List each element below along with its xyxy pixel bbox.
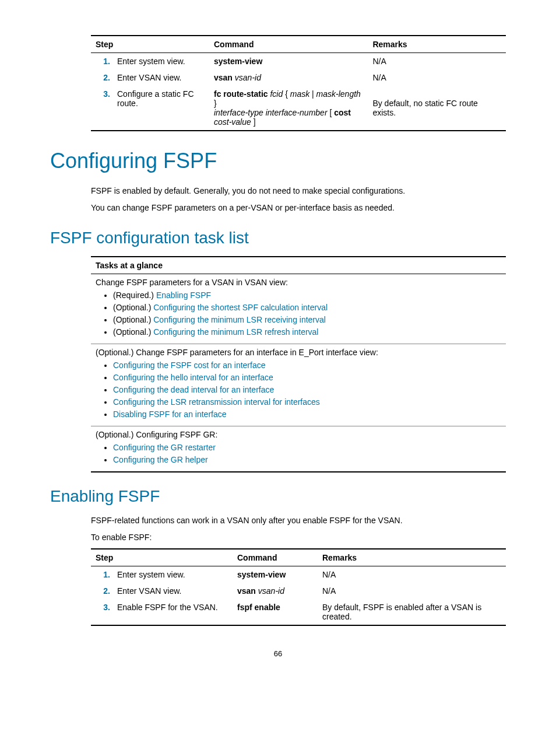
step-number: 1. bbox=[91, 53, 112, 70]
task-list: Configuring the FSPF cost for an interfa… bbox=[96, 360, 501, 419]
list-item: Configuring the GR restarter bbox=[113, 443, 501, 452]
task-list: Configuring the GR restarter Configuring… bbox=[96, 443, 501, 464]
link-fspf-cost[interactable]: Configuring the FSPF cost for an interfa… bbox=[113, 360, 265, 370]
enable-fspf-table: Step Command Remarks 1. Enter system vie… bbox=[91, 548, 506, 626]
link-hello-interval[interactable]: Configuring the hello interval for an in… bbox=[113, 373, 273, 382]
step-desc: Enter system view. bbox=[112, 566, 233, 583]
command-cell: vsan vsan-id bbox=[233, 583, 318, 599]
list-item: (Optional.) Configuring the minimum LSR … bbox=[113, 327, 501, 337]
enable-paragraph: FSPF-related functions can work in a VSA… bbox=[91, 514, 506, 527]
col-command: Command bbox=[209, 36, 368, 53]
step-number: 3. bbox=[91, 599, 112, 625]
static-route-table: Step Command Remarks 1. Enter system vie… bbox=[91, 35, 506, 131]
step-number: 3. bbox=[91, 86, 112, 131]
task-list: (Required.) Enabling FSPF (Optional.) Co… bbox=[96, 290, 501, 337]
link-gr-helper[interactable]: Configuring the GR helper bbox=[113, 455, 208, 464]
list-item: (Optional.) Configuring the minimum LSR … bbox=[113, 315, 501, 324]
section-intro: (Optional.) Configuring FSPF GR: bbox=[96, 430, 217, 439]
intro-paragraph: You can change FSPF parameters on a per-… bbox=[91, 202, 506, 214]
table-row: 1. Enter system view. system-view N/A bbox=[91, 53, 506, 70]
section-intro: (Optional.) Change FSPF parameters for a… bbox=[96, 348, 378, 357]
step-number: 2. bbox=[91, 69, 112, 86]
list-item: Disabling FSPF for an interface bbox=[113, 410, 501, 419]
link-dead-interval[interactable]: Configuring the dead interval for an int… bbox=[113, 385, 274, 394]
list-item: Configuring the FSPF cost for an interfa… bbox=[113, 360, 501, 370]
command-cell: fc route-static fcid { mask | mask-lengt… bbox=[209, 86, 368, 131]
link-spf-interval[interactable]: Configuring the shortest SPF calculation… bbox=[153, 303, 328, 312]
command-cell: system-view bbox=[233, 566, 318, 583]
table-row: 3. Enable FSPF for the VSAN. fspf enable… bbox=[91, 599, 506, 625]
step-desc: Enter VSAN view. bbox=[112, 69, 209, 86]
heading-configuring-fspf: Configuring FSPF bbox=[50, 149, 506, 173]
col-remarks: Remarks bbox=[318, 549, 506, 566]
tasks-section: Change FSPF parameters for a VSAN in VSA… bbox=[91, 274, 506, 344]
list-item: Configuring the hello interval for an in… bbox=[113, 373, 501, 382]
tasks-section: (Optional.) Change FSPF parameters for a… bbox=[91, 344, 506, 426]
step-desc: Configure a static FC route. bbox=[112, 86, 209, 131]
enable-paragraph: To enable FSPF: bbox=[91, 531, 506, 544]
remarks-cell: By default, no static FC route exists. bbox=[368, 86, 506, 131]
step-desc: Enable FSPF for the VSAN. bbox=[112, 599, 233, 625]
remarks-cell: N/A bbox=[318, 583, 506, 599]
table-row: 2. Enter VSAN view. vsan vsan-id N/A bbox=[91, 583, 506, 599]
remarks-cell: N/A bbox=[368, 69, 506, 86]
table-row: 1. Enter system view. system-view N/A bbox=[91, 566, 506, 583]
tasks-header: Tasks at a glance bbox=[91, 257, 506, 274]
step-number: 1. bbox=[91, 566, 112, 583]
list-item: Configuring the GR helper bbox=[113, 455, 501, 464]
command-cell: system-view bbox=[209, 53, 368, 70]
step-desc: Enter VSAN view. bbox=[112, 583, 233, 599]
list-item: Configuring the dead interval for an int… bbox=[113, 385, 501, 394]
table-row: 2. Enter VSAN view. vsan vsan-id N/A bbox=[91, 69, 506, 86]
intro-paragraph: FSPF is enabled by default. Generally, y… bbox=[91, 185, 506, 197]
remarks-cell: N/A bbox=[318, 566, 506, 583]
link-lsr-retransmission[interactable]: Configuring the LSR retransmission inter… bbox=[113, 397, 320, 407]
heading-task-list: FSPF configuration task list bbox=[50, 229, 506, 247]
list-item: (Optional.) Configuring the shortest SPF… bbox=[113, 303, 501, 312]
tasks-section: (Optional.) Configuring FSPF GR: Configu… bbox=[91, 426, 506, 473]
step-desc: Enter system view. bbox=[112, 53, 209, 70]
link-lsr-receiving[interactable]: Configuring the minimum LSR receiving in… bbox=[153, 315, 326, 324]
link-disabling-fspf[interactable]: Disabling FSPF for an interface bbox=[113, 410, 227, 419]
link-enabling-fspf[interactable]: Enabling FSPF bbox=[156, 290, 211, 300]
section-intro: Change FSPF parameters for a VSAN in VSA… bbox=[96, 278, 288, 287]
col-step: Step bbox=[91, 36, 209, 53]
col-remarks: Remarks bbox=[368, 36, 506, 53]
remarks-cell: N/A bbox=[368, 53, 506, 70]
col-step: Step bbox=[91, 549, 233, 566]
col-command: Command bbox=[233, 549, 318, 566]
list-item: Configuring the LSR retransmission inter… bbox=[113, 397, 501, 407]
step-number: 2. bbox=[91, 583, 112, 599]
command-cell: vsan vsan-id bbox=[209, 69, 368, 86]
page-number: 66 bbox=[50, 649, 506, 658]
table-row: 3. Configure a static FC route. fc route… bbox=[91, 86, 506, 131]
command-cell: fspf enable bbox=[233, 599, 318, 625]
link-gr-restarter[interactable]: Configuring the GR restarter bbox=[113, 443, 216, 452]
link-lsr-refresh[interactable]: Configuring the minimum LSR refresh inte… bbox=[153, 327, 318, 337]
tasks-table: Tasks at a glance Change FSPF parameters… bbox=[91, 256, 506, 473]
remarks-cell: By default, FSPF is enabled after a VSAN… bbox=[318, 599, 506, 625]
list-item: (Required.) Enabling FSPF bbox=[113, 290, 501, 300]
heading-enabling-fspf: Enabling FSPF bbox=[50, 487, 506, 506]
